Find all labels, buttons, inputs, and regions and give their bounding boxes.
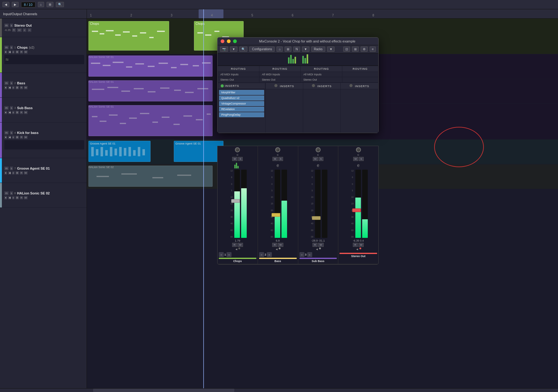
groove-clip-1[interactable]: Groove Agent SE 01 bbox=[88, 141, 151, 162]
plugin-quadrafuzz[interactable]: Quadrafuzz v2 bbox=[219, 96, 264, 100]
halion-edit-btn[interactable]: e bbox=[12, 196, 15, 199]
ch1-s-btn[interactable]: S bbox=[238, 157, 243, 161]
ch1-m-btn[interactable]: M bbox=[232, 157, 237, 161]
ch3-knob[interactable] bbox=[316, 147, 321, 152]
toolbar-dropdown-1[interactable]: ▼ bbox=[230, 47, 237, 52]
routing-cell-1-1[interactable]: All MIDI Inputs bbox=[218, 72, 259, 77]
groove-clip-2[interactable]: Groove Agent SE 01 bbox=[174, 141, 223, 162]
view-btn-1[interactable]: ⊡ bbox=[343, 47, 350, 52]
subbass-eq-btn[interactable]: ⊞ bbox=[16, 111, 19, 114]
subbass-clip[interactable] bbox=[88, 80, 213, 101]
ch2-r-btn[interactable]: R bbox=[272, 243, 277, 247]
home-button[interactable]: ⌂ bbox=[38, 2, 44, 7]
ch4-fader-thumb[interactable] bbox=[352, 208, 361, 212]
stereo-out-r-btn[interactable]: R bbox=[12, 28, 16, 32]
plugin-morphfilter[interactable]: MorphFilter bbox=[219, 90, 264, 95]
bass-eq-btn[interactable]: ⊞ bbox=[16, 86, 19, 89]
ch1-knob[interactable] bbox=[235, 147, 240, 152]
maximize-button[interactable] bbox=[233, 39, 237, 43]
groove-m-btn[interactable]: m bbox=[4, 167, 9, 170]
minimize-button[interactable] bbox=[227, 39, 231, 43]
chops-eq-btn[interactable]: ⊞ bbox=[16, 50, 19, 54]
ch2-s-btn[interactable]: S bbox=[278, 157, 283, 161]
configurations-dropdown[interactable]: Configurations bbox=[249, 47, 275, 52]
stereo-out-link-btn[interactable]: ∞ bbox=[28, 28, 31, 32]
ch1-w-btn[interactable]: W bbox=[237, 243, 243, 247]
n-btn[interactable]: N bbox=[293, 47, 300, 52]
racks-dropdown-arrow[interactable]: ▼ bbox=[327, 47, 335, 52]
config-btn[interactable]: ≡ bbox=[370, 47, 376, 52]
bass-edit-btn[interactable]: e bbox=[12, 86, 15, 89]
back-button[interactable]: ◀ bbox=[2, 2, 9, 7]
search-button[interactable]: 🔍 bbox=[56, 2, 64, 7]
settings-btn[interactable]: ⚙ bbox=[361, 47, 368, 52]
routing-cell-2-4[interactable] bbox=[342, 77, 378, 82]
grid-icon-btn[interactable]: ⊞ bbox=[285, 47, 291, 52]
subbass-r-btn[interactable]: R bbox=[20, 111, 23, 114]
plugin-revelation[interactable]: REvelation bbox=[219, 107, 264, 112]
bass-clip[interactable] bbox=[88, 56, 213, 77]
subbass-edit-btn[interactable]: e bbox=[12, 111, 15, 114]
subbass-monitor-btn[interactable]: ◀ bbox=[8, 111, 11, 114]
kick-record-btn[interactable]: ● bbox=[4, 136, 7, 139]
stereo-out-s-btn[interactable]: s bbox=[10, 24, 13, 27]
ch3-s-btn[interactable]: S bbox=[319, 157, 323, 161]
ch4-s-btn[interactable]: S bbox=[359, 157, 363, 161]
halion-s-btn[interactable]: s bbox=[10, 191, 13, 195]
ch3-m-btn[interactable]: M bbox=[313, 157, 318, 161]
halion-m-btn[interactable]: m bbox=[4, 191, 9, 195]
kick-eq-btn[interactable]: ⊞ bbox=[16, 136, 19, 139]
chops-monitor-btn[interactable]: ◀ bbox=[8, 50, 11, 54]
chops-m-btn[interactable]: m bbox=[4, 46, 9, 49]
toolbar-dropdown-2[interactable]: ▼ bbox=[302, 47, 309, 52]
halion-r-btn[interactable]: R bbox=[20, 196, 23, 199]
routing-cell-1-3[interactable]: All MIDI Inputs bbox=[301, 72, 342, 77]
close-button[interactable] bbox=[221, 39, 224, 43]
groove-edit-btn[interactable]: e bbox=[12, 171, 15, 175]
plugin-vintagecompressor[interactable]: VintageCompressor bbox=[219, 101, 264, 106]
arrangement-scrollbar[interactable] bbox=[87, 388, 558, 392]
grid-button[interactable]: ⊞ bbox=[47, 2, 53, 7]
groove-s-btn[interactable]: s bbox=[10, 167, 13, 170]
ch3-r-btn[interactable]: R bbox=[313, 243, 317, 247]
halion-clip[interactable] bbox=[88, 166, 213, 187]
halion-eq-btn[interactable]: ⊞ bbox=[16, 196, 19, 199]
chops-r-btn[interactable]: R bbox=[20, 50, 23, 54]
ch3-w-btn[interactable]: W bbox=[318, 243, 324, 247]
subbass-w-btn[interactable]: W bbox=[24, 111, 28, 114]
racks-dropdown[interactable]: Racks bbox=[311, 47, 326, 52]
halion-monitor-btn[interactable]: ◀ bbox=[8, 196, 11, 199]
ch2-m-btn[interactable]: M bbox=[272, 157, 278, 161]
plugin-pingpongdelay[interactable]: PingPongDelay bbox=[219, 112, 264, 117]
chops-edit-btn[interactable]: e bbox=[12, 50, 15, 54]
bass-r-btn[interactable]: R bbox=[20, 86, 23, 89]
kick-monitor-btn[interactable]: ◀ bbox=[8, 136, 11, 139]
groove-monitor-btn[interactable]: ◀ bbox=[8, 171, 11, 175]
ch2-w-btn[interactable]: W bbox=[278, 243, 283, 247]
bass-s-btn[interactable]: s bbox=[10, 81, 13, 85]
ch2-fader-thumb[interactable] bbox=[272, 213, 280, 217]
stereo-out-m-btn[interactable]: m bbox=[4, 24, 9, 27]
home-icon-btn[interactable]: ⌂ bbox=[277, 47, 283, 52]
bass-monitor-btn[interactable]: ◀ bbox=[8, 86, 11, 89]
kick-edit-btn[interactable]: e bbox=[12, 136, 15, 139]
search-btn[interactable]: 🔍 bbox=[239, 47, 247, 52]
bass-w-btn[interactable]: W bbox=[24, 86, 28, 89]
halion-w-btn[interactable]: W bbox=[24, 196, 28, 199]
stereo-out-e-btn[interactable]: e bbox=[23, 28, 26, 32]
view-btn-2[interactable]: ⊞ bbox=[352, 47, 359, 52]
kick-m-btn[interactable]: m bbox=[4, 131, 9, 135]
routing-cell-2-2[interactable]: Stereo Out bbox=[259, 77, 301, 82]
chops-w-btn[interactable]: W bbox=[24, 50, 28, 54]
ch4-w-btn[interactable]: W bbox=[358, 243, 364, 247]
kick-s-btn[interactable]: s bbox=[10, 131, 13, 135]
kick-clip[interactable] bbox=[88, 105, 213, 136]
ch3-fader-thumb[interactable] bbox=[312, 216, 321, 220]
halion-record-btn[interactable]: ● bbox=[4, 196, 7, 199]
ch1-fader-thumb[interactable] bbox=[231, 199, 240, 203]
groove-r-btn[interactable]: R bbox=[20, 171, 23, 175]
ch4-knob[interactable] bbox=[356, 147, 361, 152]
camera-btn[interactable]: 📷 bbox=[220, 47, 228, 52]
chops-s-btn[interactable]: s bbox=[10, 46, 13, 49]
bass-m-btn[interactable]: m bbox=[4, 81, 9, 85]
